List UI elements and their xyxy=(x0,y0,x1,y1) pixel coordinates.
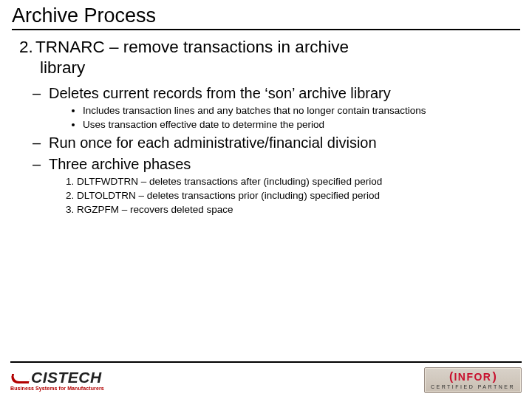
enum-item: DLTFWDTRN – deletes transactions after (… xyxy=(77,176,520,187)
bracket-right-icon: ) xyxy=(492,370,496,383)
enum-list: DLTFWDTRN – deletes transactions after (… xyxy=(49,176,520,215)
footer: CISTECH Business Systems for Manufacture… xyxy=(0,361,532,393)
heading-line1: TRNARC – remove transactions in archive xyxy=(35,38,349,56)
infor-badge: ( INFOR ) CERTIFIED PARTNER xyxy=(424,367,522,393)
heading-number: 2. xyxy=(19,38,35,57)
infor-cert-text: CERTIFIED PARTNER xyxy=(431,384,515,389)
cistech-logo: CISTECH Business Systems for Manufacture… xyxy=(10,369,104,391)
bullet-item: Includes transaction lines and any batch… xyxy=(83,105,520,116)
footer-row: CISTECH Business Systems for Manufacture… xyxy=(10,367,522,393)
slide-body: Archive Process 2.TRNARC – remove transa… xyxy=(0,0,532,215)
infor-brand-text: INFOR xyxy=(454,371,491,383)
dash-item-1-text: Deletes current records from the ‘son’ a… xyxy=(49,85,391,101)
slide-title: Archive Process xyxy=(12,4,520,27)
dash-item-2-text: Run once for each administrative/financi… xyxy=(49,134,377,151)
cistech-brand-text: CISTECH xyxy=(31,369,102,385)
bracket-left-icon: ( xyxy=(449,370,453,383)
dash-item-3: Three archive phases DLTFWDTRN – deletes… xyxy=(33,156,520,215)
infor-brand: ( INFOR ) xyxy=(431,370,515,383)
dash-item-3-text: Three archive phases xyxy=(49,156,191,172)
dash-item-1: Deletes current records from the ‘son’ a… xyxy=(33,85,520,130)
enum-item: DLTOLDTRN – deletes transactions prior (… xyxy=(77,190,520,201)
heading-line2: library xyxy=(40,58,520,78)
dash-item-2: Run once for each administrative/financi… xyxy=(33,134,520,151)
bullet-list-1: Includes transaction lines and any batch… xyxy=(49,105,520,130)
title-underline xyxy=(12,29,520,30)
numbered-heading: 2.TRNARC – remove transactions in archiv… xyxy=(19,38,520,78)
footer-rule xyxy=(10,361,522,363)
enum-item: RGZPFM – recovers deleted space xyxy=(77,204,520,215)
cistech-tagline: Business Systems for Manufacturers xyxy=(10,386,104,391)
bullet-item: Uses transaction effective date to deter… xyxy=(83,119,520,130)
swoosh-icon xyxy=(10,372,30,383)
cistech-brand: CISTECH xyxy=(10,369,102,385)
dash-list: Deletes current records from the ‘son’ a… xyxy=(33,85,520,215)
